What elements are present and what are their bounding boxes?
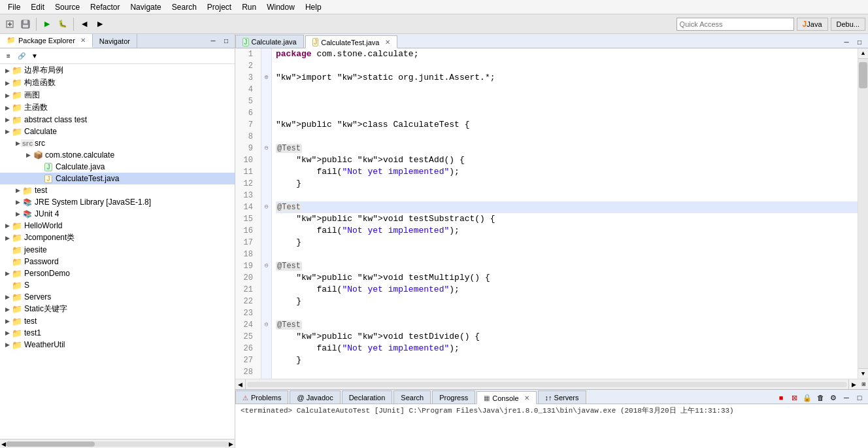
tree-arrow[interactable]: ▶: [3, 341, 12, 348]
scroll-left-btn[interactable]: ◀: [1, 441, 6, 447]
gutter-cell[interactable]: ⊖: [261, 201, 271, 213]
tab-close-calculatetest[interactable]: ✕: [385, 39, 390, 46]
tree-arrow[interactable]: ▶: [3, 92, 12, 99]
editor-scroll-area[interactable]: 1234567891011121314151617181920212223242…: [235, 48, 858, 379]
tree-arrow[interactable]: ▶: [3, 235, 12, 241]
hscroll-track[interactable]: [247, 382, 847, 387]
menu-project[interactable]: Project: [202, 1, 237, 13]
menu-source[interactable]: Source: [50, 1, 85, 13]
tree-arrow[interactable]: ▶: [24, 152, 33, 158]
minimize-editor-button[interactable]: ─: [841, 36, 852, 48]
maximize-editor-button[interactable]: □: [854, 36, 865, 48]
scroll-up-btn[interactable]: ▲: [858, 48, 868, 59]
menu-edit[interactable]: Edit: [25, 1, 50, 13]
tree-item[interactable]: 📁 Password: [0, 256, 235, 267]
tree-item[interactable]: ▶ 📁 Servers: [0, 291, 235, 303]
tree-item[interactable]: ▶ 📁 WeatherUtil: [0, 339, 235, 351]
forward-button[interactable]: ▶: [93, 17, 107, 31]
vscroll-track[interactable]: [858, 59, 868, 368]
tree-item[interactable]: J Calculate.java: [0, 161, 235, 173]
hscroll-right-btn[interactable]: ▶: [848, 379, 859, 390]
tree-arrow[interactable]: ▶: [3, 67, 12, 74]
tab-declaration[interactable]: Declaration: [342, 390, 393, 404]
tree-item[interactable]: ▶ 📁 构造函数: [0, 77, 235, 89]
horizontal-scrollbar-editor[interactable]: ◀ ▶ ⊞: [235, 379, 868, 389]
scroll-down-btn[interactable]: ▼: [858, 368, 868, 379]
tab-progress[interactable]: Progress: [432, 390, 475, 404]
gutter-cell[interactable]: [261, 343, 271, 354]
clear-button[interactable]: 🗑: [814, 392, 826, 404]
menu-search[interactable]: Search: [167, 1, 202, 13]
gutter-cell[interactable]: ⊕: [261, 72, 271, 84]
gutter-cell[interactable]: [261, 331, 271, 343]
gutter-cell[interactable]: [261, 249, 271, 260]
gutter-cell[interactable]: [261, 366, 271, 378]
tree-item[interactable]: ▶ 📚 JUnit 4: [0, 208, 235, 220]
tree-item[interactable]: ▶ 📁 test1: [0, 327, 235, 339]
code-editor[interactable]: 1234567891011121314151617181920212223242…: [235, 48, 868, 379]
debug-button[interactable]: 🐛: [56, 17, 70, 31]
tree-item[interactable]: ▶ 📁 HelloWorld: [0, 220, 235, 232]
tree-item[interactable]: ▶ 📁 边界布局例: [0, 64, 235, 77]
gutter-cell[interactable]: [261, 284, 271, 296]
tree-item[interactable]: ▶ 📁 test: [0, 184, 235, 196]
perspective-debug[interactable]: Debu...: [831, 18, 865, 31]
horizontal-scrollbar[interactable]: ◀ ▶: [0, 439, 235, 448]
tree-arrow[interactable]: ▶: [3, 306, 12, 313]
gutter-cell[interactable]: [261, 107, 271, 119]
tab-calculatetest-java[interactable]: J CalculateTest.java ✕: [305, 35, 397, 48]
tab-search[interactable]: Search: [393, 390, 431, 404]
tab-close-icon[interactable]: ✕: [80, 37, 86, 44]
scroll-right-btn[interactable]: ▶: [229, 441, 233, 447]
tab-javadoc[interactable]: @ Javadoc: [290, 390, 340, 404]
gutter-cell[interactable]: [261, 296, 271, 307]
gutter-cell[interactable]: [261, 95, 271, 107]
gutter-cell[interactable]: [261, 190, 271, 201]
tree-arrow[interactable]: ▶: [3, 330, 12, 336]
menu-window[interactable]: Window: [261, 1, 300, 13]
menu-refactor[interactable]: Refactor: [85, 1, 125, 13]
tree-arrow[interactable]: ▶: [13, 211, 22, 217]
tab-console[interactable]: ▦ Console ✕: [476, 391, 536, 404]
save-button[interactable]: [18, 17, 33, 31]
gutter-cell[interactable]: [261, 272, 271, 284]
tree-item[interactable]: ▶ 📁 Calculate: [0, 126, 235, 137]
menu-help[interactable]: Help: [300, 1, 327, 13]
quick-access-input[interactable]: [676, 18, 794, 31]
gutter-cell[interactable]: [261, 84, 271, 95]
tree-arrow[interactable]: ▶: [3, 318, 12, 324]
scrollbar-thumb[interactable]: [6, 441, 95, 447]
menu-file[interactable]: File: [3, 1, 25, 13]
tree-item[interactable]: ▶ 📁 PersonDemo: [0, 267, 235, 279]
scrollbar-track[interactable]: [6, 441, 229, 447]
tab-package-explorer[interactable]: 📁 Package Explorer ✕: [0, 34, 93, 48]
gutter-cell[interactable]: [261, 354, 271, 366]
gutter-cell[interactable]: [261, 307, 271, 319]
tree-item[interactable]: ▶ 📦 com.stone.calculate: [0, 149, 235, 161]
tree-arrow[interactable]: ▶: [3, 80, 12, 86]
tab-problems[interactable]: ⚠ Problems: [235, 390, 288, 404]
perspective-java[interactable]: J Java: [797, 18, 828, 31]
tree-item[interactable]: ▶ 📁 test: [0, 315, 235, 327]
tab-navigator[interactable]: Navigator: [93, 34, 137, 48]
gutter-cell[interactable]: [261, 119, 271, 131]
back-button[interactable]: ◀: [77, 17, 92, 31]
tree-item[interactable]: ▶ 📁 画图: [0, 89, 235, 101]
gutter-cell[interactable]: ⊖: [261, 319, 271, 331]
tree-item[interactable]: 📁 S: [0, 279, 235, 291]
maximize-bottom-button[interactable]: □: [854, 392, 865, 404]
new-button[interactable]: [3, 17, 17, 31]
view-menu-button[interactable]: ▼: [29, 50, 41, 62]
tree-arrow[interactable]: ▶: [3, 128, 12, 135]
scroll-lock-button[interactable]: 🔒: [801, 392, 813, 404]
gutter-cell[interactable]: [261, 178, 271, 190]
console-settings-button[interactable]: ⚙: [827, 392, 839, 404]
gutter-cell[interactable]: [261, 48, 271, 60]
stop-button[interactable]: ■: [775, 392, 787, 404]
tree-arrow[interactable]: ▶: [13, 199, 22, 205]
tree-item[interactable]: ▶ 📁 Jcomponent类: [0, 232, 235, 244]
tree-arrow[interactable]: ▶: [13, 187, 22, 194]
tree-arrow[interactable]: ▶: [3, 222, 12, 229]
tree-item[interactable]: J CalculateTest.java: [0, 173, 235, 184]
gutter-cell[interactable]: ⊖: [261, 143, 271, 154]
